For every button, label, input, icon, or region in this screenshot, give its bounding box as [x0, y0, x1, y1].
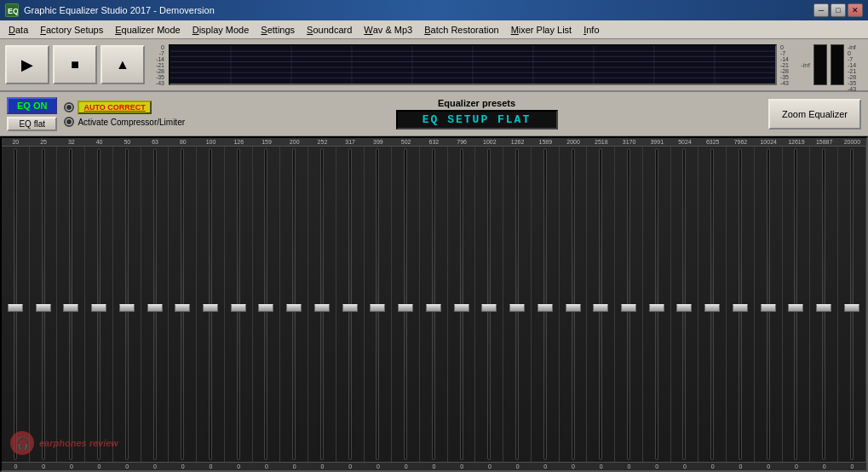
- slider-track-2000[interactable]: [572, 148, 575, 460]
- slider-track-2518[interactable]: [599, 148, 602, 460]
- slider-handle-50[interactable]: [119, 304, 135, 312]
- freq-label: 502: [392, 139, 420, 145]
- slider-handle-1002[interactable]: [481, 304, 497, 312]
- freq-label: 40: [85, 139, 113, 145]
- menu-data[interactable]: Data: [3, 21, 33, 38]
- slider-handle-7962[interactable]: [733, 304, 748, 312]
- freq-label: 5024: [671, 139, 699, 145]
- auto-correct-radio[interactable]: [64, 102, 74, 112]
- slider-track-7962[interactable]: [739, 148, 742, 460]
- slider-track-1589[interactable]: [543, 148, 547, 460]
- slider-track-3170[interactable]: [627, 148, 630, 460]
- menu-info[interactable]: Info: [578, 21, 604, 38]
- slider-handle-10024[interactable]: [761, 304, 776, 312]
- menu-factory-setups[interactable]: Factory Setups: [35, 21, 108, 38]
- menu-mixer-play-list[interactable]: Mixer Play List: [506, 21, 578, 38]
- slider-track-126[interactable]: [237, 148, 240, 460]
- slider-handle-32[interactable]: [63, 304, 78, 312]
- freq-label: 12619: [783, 139, 811, 145]
- slider-handle-2000[interactable]: [566, 304, 581, 312]
- slider-track-80[interactable]: [181, 148, 184, 460]
- slider-handle-399[interactable]: [370, 304, 385, 312]
- slider-handle-317[interactable]: [342, 304, 358, 312]
- compressor-radio[interactable]: [64, 117, 74, 127]
- slider-handle-12619[interactable]: [788, 304, 803, 312]
- freq-label: 159: [253, 139, 281, 145]
- slider-handle-200[interactable]: [286, 304, 302, 312]
- slider-track-10024[interactable]: [767, 148, 770, 460]
- slider-track-25[interactable]: [42, 148, 45, 460]
- slider-handle-15887[interactable]: [816, 304, 831, 312]
- slider-handle-20[interactable]: [8, 304, 23, 312]
- slider-track-5024[interactable]: [682, 148, 686, 460]
- slider-track-20000[interactable]: [850, 148, 854, 460]
- eq-preset-display[interactable]: EQ SETUP FLAT: [396, 110, 558, 130]
- slider-track-200[interactable]: [292, 148, 296, 460]
- slider-track-32[interactable]: [69, 148, 72, 460]
- menu-display-mode[interactable]: Display Mode: [187, 21, 255, 38]
- slider-handle-6325[interactable]: [704, 304, 720, 312]
- eq-channel-2518: [587, 147, 615, 462]
- slider-handle-159[interactable]: [258, 304, 273, 312]
- eq-flat-button[interactable]: EQ flat: [7, 117, 57, 131]
- slider-track-40[interactable]: [97, 148, 101, 460]
- close-button[interactable]: ✕: [848, 3, 863, 17]
- slider-handle-5024[interactable]: [676, 304, 692, 312]
- play-button[interactable]: ▶: [5, 45, 49, 84]
- slider-handle-80[interactable]: [175, 304, 190, 312]
- slider-handle-20000[interactable]: [844, 304, 859, 312]
- slider-track-252[interactable]: [320, 148, 324, 460]
- slider-handle-63[interactable]: [147, 304, 163, 312]
- slider-track-12619[interactable]: [794, 148, 797, 460]
- slider-handle-40[interactable]: [91, 304, 106, 312]
- slider-track-1002[interactable]: [487, 148, 491, 460]
- menu-batch-restoration[interactable]: Batch Restoration: [419, 21, 503, 38]
- slider-handle-2518[interactable]: [593, 304, 608, 312]
- stop-button[interactable]: ■: [53, 45, 97, 84]
- slider-track-50[interactable]: [125, 148, 129, 460]
- eq-area: 20 25 32 40 50 63 80 100 126 159 200 252…: [0, 136, 868, 472]
- freq-label: 252: [308, 139, 336, 145]
- slider-handle-632[interactable]: [426, 304, 441, 312]
- freq-label: 80: [169, 139, 197, 145]
- slider-handle-126[interactable]: [231, 304, 246, 312]
- slider-handle-3170[interactable]: [621, 304, 636, 312]
- slider-track-399[interactable]: [376, 148, 379, 460]
- slider-track-159[interactable]: [264, 148, 267, 460]
- zoom-equalizer-button[interactable]: Zoom Equalizer: [768, 99, 861, 130]
- minimize-button[interactable]: ─: [813, 3, 829, 17]
- slider-track-3991[interactable]: [655, 148, 658, 460]
- menu-settings[interactable]: Settings: [256, 21, 300, 38]
- eq-controls-row: EQ ON EQ flat AUTO CORRECT Activate Comp…: [0, 92, 868, 136]
- bottom-value: 0: [85, 463, 113, 469]
- slider-track-100[interactable]: [209, 148, 212, 460]
- slider-track-15887[interactable]: [822, 148, 825, 460]
- eject-button[interactable]: ▲: [101, 45, 145, 84]
- slider-handle-796[interactable]: [454, 304, 469, 312]
- slider-handle-502[interactable]: [398, 304, 413, 312]
- slider-track-502[interactable]: [404, 148, 407, 460]
- menu-soundcard[interactable]: Soundcard: [302, 21, 357, 38]
- menu-wav-mp3[interactable]: Wav & Mp3: [359, 21, 417, 38]
- auto-correct-button[interactable]: AUTO CORRECT: [78, 101, 151, 114]
- slider-handle-1262[interactable]: [509, 304, 525, 312]
- slider-track-63[interactable]: [153, 148, 157, 460]
- slider-track-632[interactable]: [432, 148, 435, 460]
- slider-track-6325[interactable]: [710, 148, 714, 460]
- slider-track-20[interactable]: [14, 148, 17, 460]
- slider-track-796[interactable]: [460, 148, 463, 460]
- slider-handle-25[interactable]: [36, 304, 51, 312]
- slider-track-317[interactable]: [348, 148, 352, 460]
- slider-handle-1589[interactable]: [537, 304, 553, 312]
- eq-channel-3170: [615, 147, 643, 462]
- slider-handle-3991[interactable]: [649, 304, 664, 312]
- maximize-button[interactable]: □: [831, 3, 846, 17]
- slider-handle-252[interactable]: [314, 304, 330, 312]
- freq-label: 20: [2, 139, 30, 145]
- menu-equalizer-mode[interactable]: Equalizer Mode: [110, 21, 185, 38]
- bottom-value: 0: [365, 463, 393, 469]
- slider-track-1262[interactable]: [515, 148, 519, 460]
- freq-label: 2000: [560, 139, 588, 145]
- slider-handle-100[interactable]: [203, 304, 218, 312]
- eq-on-button[interactable]: EQ ON: [7, 97, 57, 114]
